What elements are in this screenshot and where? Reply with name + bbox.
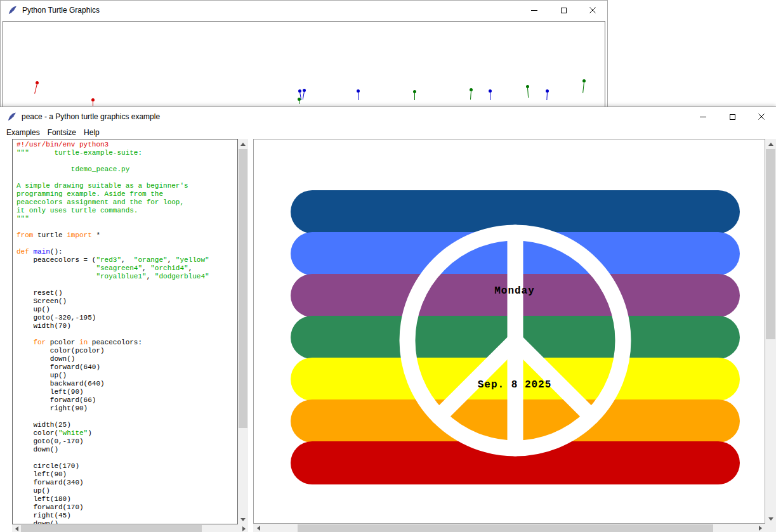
code-line: up() xyxy=(16,306,237,314)
turtle-canvas xyxy=(3,21,605,107)
peace-example-window: peace - a Python turtle graphics example… xyxy=(0,107,776,532)
code-line: Screen() xyxy=(16,297,237,306)
scroll-down-button[interactable] xyxy=(765,514,776,524)
code-token: import xyxy=(67,231,92,239)
scroll-left-button[interactable] xyxy=(253,524,263,532)
code-token: """ xyxy=(16,215,29,223)
arrow-left-icon xyxy=(15,526,18,531)
tree-branch xyxy=(470,91,471,100)
code-line: forward(66) xyxy=(16,396,237,405)
peace-window-titlebar[interactable]: peace - a Python turtle graphics example xyxy=(0,107,776,126)
tree-leaf-dot xyxy=(36,81,39,84)
peace-window-title: peace - a Python turtle graphics example xyxy=(22,112,160,121)
peace-symbol xyxy=(254,139,765,524)
code-token: (): xyxy=(50,248,63,256)
tree-leaf-dot xyxy=(91,98,95,101)
code-token xyxy=(16,273,96,280)
tree-leaf-dot xyxy=(582,79,586,82)
code-line xyxy=(16,454,237,462)
code-token: programming example. Aside from the xyxy=(16,190,163,198)
code-token: forward(170) xyxy=(16,503,84,511)
canvas-vertical-scrollbar[interactable] xyxy=(765,139,776,524)
code-token: tdemo_peace.py xyxy=(16,165,129,173)
code-horizontal-scrollbar[interactable] xyxy=(12,524,248,532)
scroll-up-button[interactable] xyxy=(238,139,248,149)
tree-branch xyxy=(490,92,490,100)
code-token: up() xyxy=(16,306,50,313)
code-token: left(90) xyxy=(16,470,67,478)
source-code-pane[interactable]: #!/usr/bin/env python3""" turtle-example… xyxy=(12,139,238,524)
code-line: """ turtle-example-suite: xyxy=(16,149,237,157)
code-token: goto(-320,-195) xyxy=(16,314,96,321)
code-token: , xyxy=(147,273,155,280)
close-icon xyxy=(758,114,765,120)
code-token: pcolor xyxy=(46,339,79,346)
code-token: from xyxy=(16,231,33,239)
code-token: "seagreen4" xyxy=(96,264,142,272)
scrollbar-thumb[interactable] xyxy=(239,149,247,428)
code-line: for pcolor in peacecolors: xyxy=(16,339,237,347)
minimize-button[interactable] xyxy=(520,1,549,20)
code-token: it only uses turtle commands. xyxy=(16,207,138,214)
code-token: reset() xyxy=(16,289,63,297)
code-token: , xyxy=(168,256,176,264)
canvas-text-date: Sep. 8 2025 xyxy=(478,379,552,391)
code-token: down() xyxy=(16,446,58,453)
scroll-up-button[interactable] xyxy=(765,139,776,149)
maximize-button[interactable] xyxy=(718,107,747,126)
code-line: goto(0,-170) xyxy=(16,438,237,446)
minimize-button[interactable] xyxy=(688,107,718,126)
maximize-icon xyxy=(561,8,567,13)
code-token: main xyxy=(33,248,49,256)
code-token: forward(340) xyxy=(16,479,84,486)
close-button[interactable] xyxy=(747,107,776,126)
scrollbar-corner xyxy=(765,524,776,532)
scrollbar-thumb[interactable] xyxy=(298,524,713,532)
scroll-down-button[interactable] xyxy=(238,514,248,524)
code-line xyxy=(16,157,237,165)
code-line: width(70) xyxy=(16,322,237,330)
code-line xyxy=(16,174,237,182)
close-icon xyxy=(589,7,596,13)
code-line: forward(170) xyxy=(16,503,237,512)
code-token: , xyxy=(188,264,193,272)
arrow-down-icon xyxy=(240,518,246,521)
scroll-right-button[interactable] xyxy=(755,524,765,532)
tk-feather-icon xyxy=(7,112,16,122)
maximize-button[interactable] xyxy=(549,1,578,20)
code-line: down() xyxy=(16,520,237,524)
code-token: #!/usr/bin/env python3 xyxy=(16,141,109,148)
code-line: down() xyxy=(16,446,237,454)
turtle-window-titlebar[interactable]: Python Turtle Graphics xyxy=(1,1,607,20)
menu-fontsize[interactable]: Fontsize xyxy=(44,128,80,137)
code-token: * xyxy=(92,231,100,239)
code-token: "yellow" xyxy=(176,256,209,264)
scrollbar-thumb[interactable] xyxy=(21,525,202,532)
code-line xyxy=(16,413,237,421)
peace-window-controls xyxy=(688,107,776,126)
arrow-right-icon xyxy=(759,526,762,531)
scroll-right-button[interactable] xyxy=(239,524,248,532)
menu-help[interactable]: Help xyxy=(80,128,103,137)
code-token: forward(66) xyxy=(16,396,96,404)
code-token: "orange" xyxy=(134,256,168,264)
menu-examples[interactable]: Examples xyxy=(3,128,44,137)
scrollbar-thumb[interactable] xyxy=(766,149,775,339)
code-token xyxy=(16,264,96,272)
code-token: left(180) xyxy=(16,495,71,503)
peace-symbol-strokes xyxy=(407,233,623,448)
code-token: peacecolors assignment and the for loop, xyxy=(16,198,184,206)
close-button[interactable] xyxy=(578,1,607,20)
scroll-left-button[interactable] xyxy=(12,524,21,532)
code-line: forward(340) xyxy=(16,479,237,487)
menubar: Examples Fontsize Help xyxy=(0,126,776,139)
code-vertical-scrollbar[interactable] xyxy=(238,139,248,524)
canvas-horizontal-scrollbar[interactable] xyxy=(253,524,765,532)
code-line: def main(): xyxy=(16,248,237,256)
code-token: down() xyxy=(16,520,58,524)
code-line: up() xyxy=(16,487,237,495)
tree-branch xyxy=(34,84,37,94)
code-token: "royalblue1" xyxy=(96,273,146,280)
code-token: width(25) xyxy=(16,421,71,429)
code-line: color("white") xyxy=(16,429,237,438)
